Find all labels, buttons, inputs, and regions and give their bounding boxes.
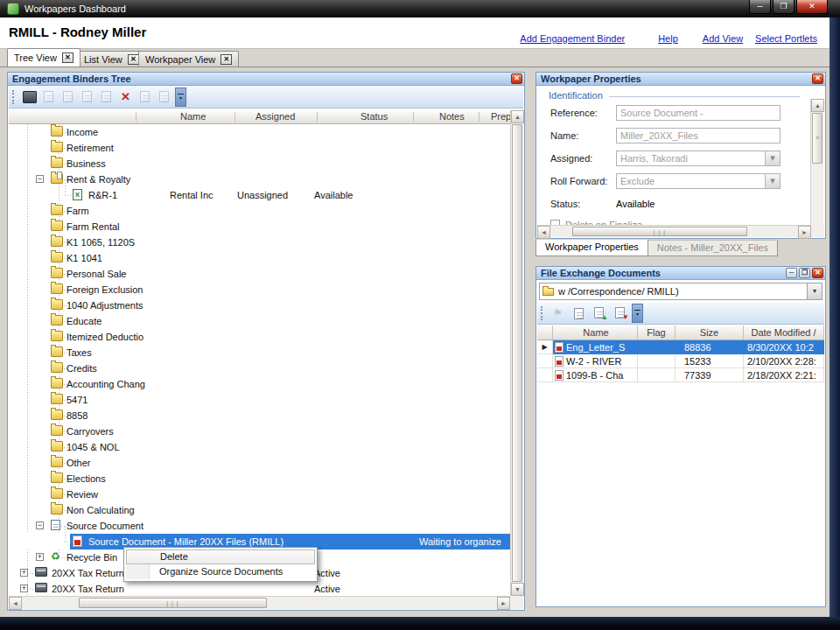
tree-row-k1-1065-1120s[interactable]: K1 1065, 1120S <box>9 234 510 250</box>
toolbar-grip[interactable] <box>12 90 17 104</box>
scroll-down-icon[interactable]: ▼ <box>511 583 524 596</box>
files-panel-restore-icon[interactable]: ❐ <box>799 268 810 278</box>
column-header-notes[interactable]: Notes <box>439 111 465 122</box>
expand-toggle-icon[interactable]: + <box>20 584 28 592</box>
tab-workpaper-properties[interactable]: Workpaper Properties <box>536 240 648 256</box>
column-header-assigned[interactable]: Assigned <box>256 111 295 122</box>
row-selector-icon[interactable] <box>537 368 553 382</box>
scroll-thumb[interactable]: ≡ <box>812 113 822 164</box>
tree-row-1040-adjustments[interactable]: 1040 Adjustments <box>9 298 510 313</box>
scroll-right-icon[interactable]: ► <box>497 597 510 610</box>
tree-row-1045-nol[interactable]: 1045 & NOL <box>9 439 510 455</box>
roll-forward-select[interactable]: Exclude <box>616 173 780 189</box>
name-input[interactable]: Miller_20XX_Files <box>616 128 780 144</box>
properties-vertical-scrollbar[interactable]: ▲ ≡ ▼ <box>810 99 823 227</box>
file-row-w-2-river[interactable]: W-2 - RIVER152332/10/20XX 2:28: <box>537 354 824 368</box>
menu-item-delete[interactable]: Delete <box>126 550 315 564</box>
flag-icon[interactable]: ⚑ <box>549 304 567 322</box>
tree-row-income[interactable]: Income <box>9 124 510 140</box>
expand-toggle-icon[interactable]: + <box>20 569 28 577</box>
tree-row-20xx-tax-return-29[interactable]: +20XX Tax ReturnActive <box>9 581 510 596</box>
properties-icon[interactable] <box>136 88 154 106</box>
scroll-thumb[interactable] <box>512 124 522 582</box>
toolbar-overflow-button[interactable]: ▾ <box>632 304 643 323</box>
tree-row-itemized-deductio[interactable]: Itemized Deductio <box>9 329 510 345</box>
column-header-date-modified[interactable]: Date Modified / <box>744 326 824 340</box>
properties-panel-close-icon[interactable]: ✕ <box>812 74 823 84</box>
tree-row-rent-royalty[interactable]: −Rent & Royalty <box>9 172 510 187</box>
tree-row-personal-sale[interactable]: Personal Sale <box>9 266 510 282</box>
link-select-portlets[interactable]: Select Portlets <box>755 33 817 44</box>
toolbar-grip[interactable] <box>541 306 545 320</box>
expand-toggle-icon[interactable]: − <box>36 175 44 183</box>
files-panel-minimize-icon[interactable]: ─ <box>786 268 797 278</box>
properties-horizontal-scrollbar[interactable]: ◄ | | | ► <box>537 225 811 237</box>
tree-row-non-calculating[interactable]: Non Calculating <box>9 502 510 518</box>
delete-icon[interactable]: ✕ <box>116 88 135 106</box>
tree-row-retirement[interactable]: Retirement <box>9 140 510 156</box>
file-row-eng-letter-s[interactable]: ▶Eng_Letter_S888368/30/20XX 10:2 <box>537 340 824 354</box>
tree-row-5471[interactable]: 5471 <box>9 392 510 408</box>
column-header-size[interactable]: Size <box>676 326 744 340</box>
tree-panel-close-icon[interactable]: ✕ <box>511 74 522 84</box>
menu-item-organize-source-documents[interactable]: Organize Source Documents <box>126 564 315 579</box>
view-document-icon[interactable] <box>570 304 588 322</box>
new-workpaper-icon[interactable] <box>59 88 77 106</box>
tree-row-business[interactable]: Business <box>9 156 510 172</box>
tree-row-credits[interactable]: Credits <box>9 360 510 376</box>
new-binder-icon[interactable] <box>39 88 58 106</box>
binder-icon[interactable] <box>20 88 38 106</box>
window-minimize-button[interactable]: ─ <box>749 0 771 14</box>
scroll-thumb[interactable]: | | | <box>79 598 267 608</box>
reference-input[interactable]: Source Document - <box>616 105 780 121</box>
tree-row-elections[interactable]: Elections <box>9 471 510 486</box>
file-row-1099-b-cha[interactable]: 1099-B - Cha773392/18/20XX 2:21: <box>537 368 824 382</box>
tree-row-educate[interactable]: Educate <box>9 313 510 329</box>
combobox-dropdown-icon[interactable]: ▾ <box>807 284 822 299</box>
tree-row-8858[interactable]: 8858 <box>9 408 510 424</box>
scroll-up-icon[interactable]: ▲ <box>511 110 524 123</box>
tab-workpaper-view[interactable]: Workpaper View✕ <box>138 51 239 66</box>
assigned-select[interactable]: Harris, Takoradi <box>616 150 780 166</box>
scroll-left-icon[interactable]: ◄ <box>537 226 550 239</box>
scroll-up-icon[interactable]: ▲ <box>811 99 824 112</box>
scroll-left-icon[interactable]: ◄ <box>9 597 22 610</box>
folder-path-combobox[interactable]: w /Correspondence/ RMILL) ▾ <box>539 283 822 300</box>
tree-row-accounting-chang[interactable]: Accounting Chang <box>9 376 510 392</box>
row-selector-icon[interactable] <box>537 354 553 368</box>
print-icon[interactable] <box>155 88 173 106</box>
files-panel-close-icon[interactable]: ✕ <box>812 268 823 278</box>
link-add-engagement-binder[interactable]: Add Engagement Binder <box>520 33 625 44</box>
tree-row-farm[interactable]: Farm <box>9 203 510 219</box>
expand-toggle-icon[interactable]: − <box>36 522 44 529</box>
tree-row-carryovers[interactable]: Carryovers <box>9 424 510 439</box>
row-selector-icon[interactable]: ▶ <box>537 340 553 354</box>
window-restore-button[interactable]: ❐ <box>773 0 794 14</box>
upload-icon[interactable]: ▲ <box>591 304 609 322</box>
toolbar-overflow-button[interactable]: ▾ <box>175 88 186 107</box>
window-close-button[interactable]: ✕ <box>796 0 828 14</box>
column-header-flag[interactable]: Flag <box>638 326 676 340</box>
download-icon[interactable]: ▼ <box>612 304 630 322</box>
link-add-view[interactable]: Add View <box>703 33 743 44</box>
edit-icon[interactable] <box>97 88 116 106</box>
tab-tree-view[interactable]: Tree View✕ <box>7 48 80 66</box>
tree-row-foreign-exclusion[interactable]: Foreign Exclusion <box>9 282 510 298</box>
scroll-right-icon[interactable]: ► <box>798 226 811 239</box>
tree-row-k1-1041[interactable]: K1 1041 <box>9 250 510 266</box>
expand-toggle-icon[interactable]: + <box>36 553 44 561</box>
tab-close-icon[interactable]: ✕ <box>220 54 232 65</box>
new-note-icon[interactable] <box>78 88 96 106</box>
tree-row-source-document[interactable]: −Source Document <box>9 518 510 534</box>
tree-horizontal-scrollbar[interactable]: ◄ | | | ► <box>9 596 510 609</box>
tree-row-taxes[interactable]: Taxes <box>9 345 510 360</box>
column-header-status[interactable]: Status <box>360 111 388 122</box>
column-header-name[interactable]: Name <box>553 326 638 340</box>
tab-close-icon[interactable]: ✕ <box>128 54 139 65</box>
tab-notes-miller-20xx-files[interactable]: Notes - Miller_20XX_Files <box>648 240 778 256</box>
tab-close-icon[interactable]: ✕ <box>62 52 74 63</box>
tab-list-view[interactable]: List View✕ <box>77 51 146 66</box>
tree-row-review[interactable]: Review <box>9 486 510 502</box>
scroll-thumb[interactable]: | | | <box>572 227 747 236</box>
tree-row-farm-rental[interactable]: Farm Rental <box>9 219 510 234</box>
